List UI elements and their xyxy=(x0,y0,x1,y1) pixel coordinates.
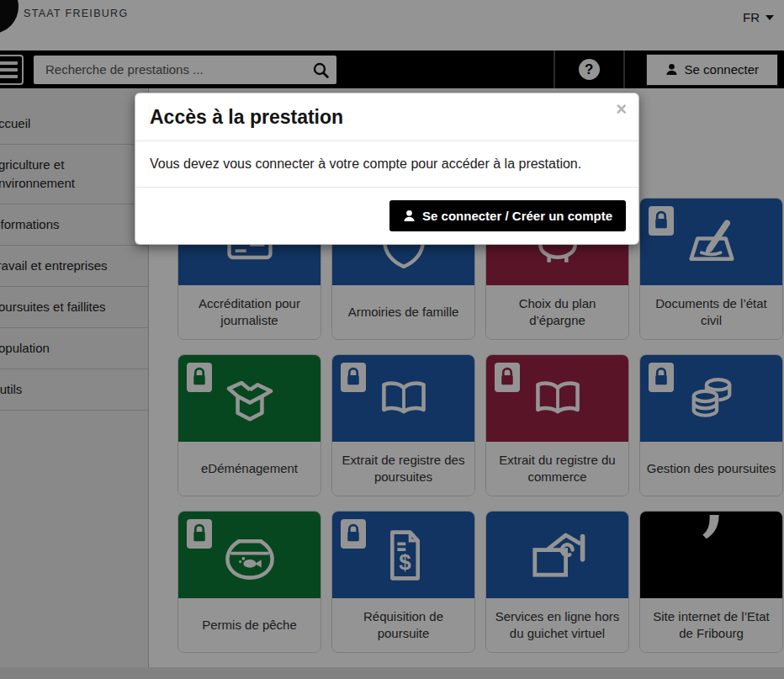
modal-login-label: Se connecter / Créer un compte xyxy=(422,209,612,223)
access-modal: Accès à la prestation × Vous devez vous … xyxy=(135,93,639,245)
modal-body-text: Vous devez vous connecter à votre compte… xyxy=(135,141,638,188)
modal-title: Accès à la prestation xyxy=(150,106,624,129)
modal-header: Accès à la prestation × xyxy=(135,93,638,141)
person-icon xyxy=(403,210,416,222)
modal-login-button[interactable]: Se connecter / Créer un compte xyxy=(389,200,626,231)
modal-footer: Se connecter / Créer un compte xyxy=(135,188,638,244)
app-viewport: STAAT FREIBURG FR xyxy=(0,0,784,679)
close-icon[interactable]: × xyxy=(616,100,627,119)
